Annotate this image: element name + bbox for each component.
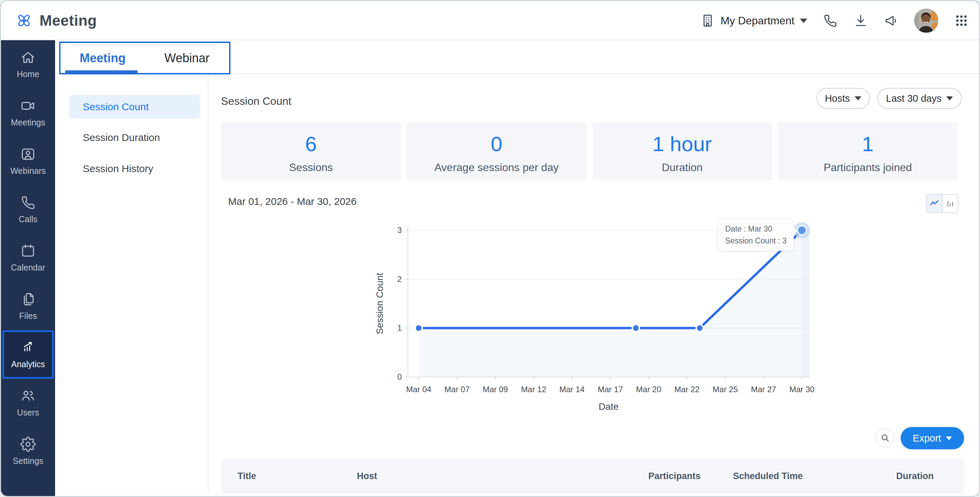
- svg-text:Mar 12: Mar 12: [521, 385, 546, 394]
- sidebar-item-home[interactable]: Home: [1, 40, 55, 89]
- svg-text:Mar 17: Mar 17: [598, 385, 623, 394]
- tab-group: Meeting Webinar: [59, 41, 231, 74]
- brand: Meeting: [15, 1, 97, 40]
- sidebar-item-files[interactable]: Files: [1, 282, 55, 330]
- stat-card-participants: 1 Participants joined: [778, 122, 958, 180]
- stat-value: 1: [778, 132, 958, 156]
- chevron-down-icon: [800, 19, 807, 23]
- stat-value: 1 hour: [592, 132, 772, 156]
- avatar[interactable]: [914, 8, 939, 33]
- svg-text:Mar 30: Mar 30: [789, 385, 815, 394]
- sidebar-item-label: Webinars: [10, 166, 46, 176]
- svg-text:Mar 04: Mar 04: [406, 385, 431, 394]
- sidebar-item-label: Meetings: [11, 118, 45, 127]
- sidebar-item-label: Home: [17, 69, 40, 79]
- tab-label: Meeting: [80, 51, 126, 65]
- stat-cards: 6 Sessions 0 Average sessions per day 1 …: [221, 122, 958, 180]
- date-range-label: Last 30 days: [886, 93, 942, 104]
- tab-meeting[interactable]: Meeting: [60, 43, 145, 73]
- meeting-logo-icon: [15, 12, 33, 29]
- sidebar-item-users[interactable]: Users: [1, 379, 55, 427]
- files-icon: [20, 292, 36, 307]
- stat-card-duration: 1 hour Duration: [592, 122, 772, 180]
- sidebar-item-label: Files: [19, 311, 37, 321]
- column-header-scheduled-time: Scheduled Time: [733, 471, 803, 481]
- session-count-chart: 0123Mar 04Mar 07Mar 09Mar 12Mar 14Mar 17…: [373, 217, 832, 414]
- export-button[interactable]: Export: [900, 427, 964, 449]
- svg-text:Mar 27: Mar 27: [751, 385, 776, 394]
- sidebar-item-calls[interactable]: Calls: [1, 185, 55, 234]
- calendar-icon: [20, 243, 36, 259]
- date-range-dropdown[interactable]: Last 30 days: [877, 88, 962, 109]
- line-chart-toggle-button[interactable]: [927, 195, 942, 212]
- sessions-table-header: Title Host Participants Scheduled Time D…: [221, 458, 964, 494]
- subnav-item-session-history[interactable]: Session History: [69, 156, 200, 180]
- subnav-item-session-count[interactable]: Session Count: [69, 95, 200, 119]
- sidebar-item-label: Calendar: [11, 263, 45, 272]
- sidebar-item-settings[interactable]: Settings: [1, 427, 55, 475]
- sidebar-item-label: Settings: [13, 456, 43, 466]
- sidebar-item-meetings[interactable]: Meetings: [1, 89, 55, 137]
- svg-text:Mar 20: Mar 20: [636, 385, 661, 394]
- stat-value: 6: [221, 132, 401, 156]
- svg-text:0: 0: [398, 372, 402, 381]
- stat-card-sessions: 6 Sessions: [221, 122, 401, 180]
- subnav-item-session-duration[interactable]: Session Duration: [69, 126, 200, 150]
- svg-text:3: 3: [398, 226, 402, 235]
- subnav-label: Session Duration: [83, 132, 160, 143]
- announcements-button[interactable]: [884, 13, 899, 28]
- apps-grid-button[interactable]: [954, 13, 969, 28]
- subnav-divider: [208, 74, 208, 492]
- video-camera-icon: [20, 98, 36, 114]
- stat-label: Average sessions per day: [407, 161, 586, 174]
- stat-card-average-sessions: 0 Average sessions per day: [407, 122, 586, 180]
- analytics-icon: [20, 340, 36, 355]
- table-search-button[interactable]: [876, 429, 894, 447]
- department-label: My Department: [721, 14, 794, 27]
- chevron-down-icon: [946, 96, 953, 100]
- subnav-label: Session History: [83, 163, 153, 174]
- svg-text:Mar 22: Mar 22: [674, 385, 700, 394]
- tab-webinar[interactable]: Webinar: [145, 43, 229, 73]
- line-chart-icon: [929, 199, 939, 209]
- svg-text:Mar 25: Mar 25: [713, 385, 738, 394]
- bar-chart-icon: [945, 199, 955, 209]
- bar-chart-toggle-button[interactable]: [942, 195, 958, 212]
- column-header-duration: Duration: [866, 471, 934, 481]
- stat-label: Participants joined: [778, 161, 958, 174]
- chart-tooltip: Date : Mar 30 Session Count : 3: [718, 219, 794, 251]
- webinar-person-icon: [20, 147, 36, 162]
- phone-button[interactable]: [823, 13, 838, 28]
- tooltip-date: Date : Mar 30: [725, 223, 787, 235]
- app-title: Meeting: [40, 12, 97, 29]
- phone-icon: [823, 13, 838, 28]
- sidebar-item-analytics[interactable]: Analytics: [2, 330, 54, 379]
- app-window: Meeting My Department: [0, 0, 980, 497]
- call-icon: [20, 195, 36, 210]
- svg-text:Mar 07: Mar 07: [444, 385, 470, 394]
- svg-text:2: 2: [398, 274, 402, 284]
- svg-text:Mar 09: Mar 09: [482, 385, 508, 394]
- hosts-filter-label: Hosts: [825, 93, 850, 104]
- department-selector[interactable]: My Department: [700, 13, 807, 28]
- chart-type-toggle: [926, 194, 958, 213]
- svg-text:Mar 14: Mar 14: [559, 385, 585, 394]
- sidebar-item-calendar[interactable]: Calendar: [1, 234, 55, 282]
- column-header-title: Title: [237, 471, 256, 481]
- chart-date-range: Mar 01, 2026 - Mar 30, 2026: [228, 196, 356, 207]
- stat-label: Duration: [592, 161, 772, 174]
- export-label: Export: [913, 433, 941, 444]
- svg-text:Date: Date: [598, 401, 619, 412]
- sidebar-item-webinars[interactable]: Webinars: [1, 137, 55, 185]
- download-button[interactable]: [853, 13, 868, 28]
- home-icon: [20, 50, 36, 65]
- hosts-filter-dropdown[interactable]: Hosts: [816, 88, 870, 109]
- column-header-host: Host: [357, 471, 377, 481]
- building-icon: [700, 13, 715, 28]
- megaphone-icon: [884, 13, 899, 28]
- tooltip-value: Session Count : 3: [725, 235, 787, 247]
- gear-icon: [20, 436, 36, 452]
- sidebar-item-label: Users: [17, 408, 39, 417]
- topbar: Meeting My Department: [1, 1, 979, 40]
- apps-grid-icon: [954, 13, 969, 28]
